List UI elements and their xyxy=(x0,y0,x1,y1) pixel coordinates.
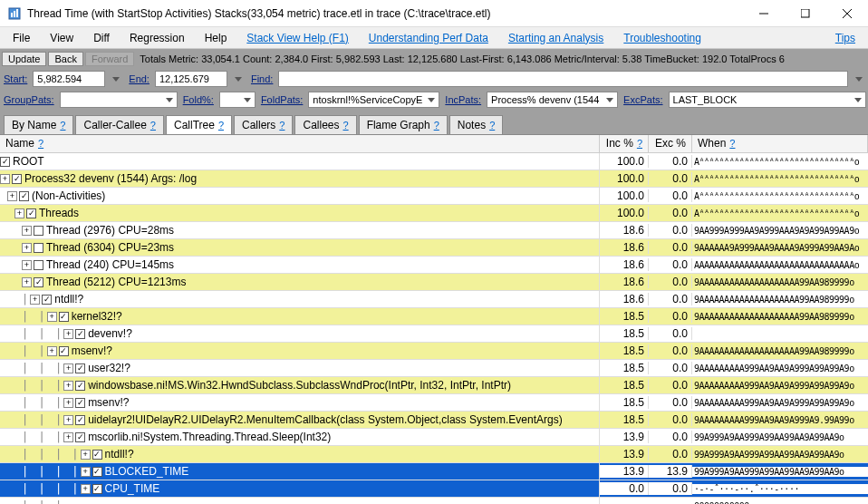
expand-toggle[interactable]: + xyxy=(47,312,57,322)
tree-row[interactable]: +(Non-Activities)100.00.0Aᴬᴬᴬᴬᴬᴬᴬᴬᴬᴬᴬᴬᴬᴬ… xyxy=(0,188,868,205)
checkbox[interactable] xyxy=(75,398,85,408)
menu-troubleshoot[interactable]: Troubleshooting xyxy=(614,30,710,46)
tree-row[interactable]: +Process32 devenv (1544) Args: /log100.0… xyxy=(0,170,868,188)
grouppats-label[interactable]: GroupPats: xyxy=(2,94,56,105)
expand-toggle[interactable]: + xyxy=(22,277,32,287)
expand-toggle[interactable]: + xyxy=(63,363,73,373)
tree-row[interactable]: +Thread (5212) CPU=1213ms18.60.09AAAAAAA… xyxy=(0,274,868,291)
tab-callees[interactable]: Callees? xyxy=(294,115,356,134)
tree-row[interactable]: | | | | +CPU_TIME0.00.0·-·-ˆ···-··.ˆ···-… xyxy=(0,480,868,498)
minimize-button[interactable] xyxy=(743,0,785,27)
tree-row[interactable]: +Thread (2976) CPU=28ms18.60.09AA999A999… xyxy=(0,222,868,239)
tab-byname[interactable]: By Name? xyxy=(4,115,73,134)
expand-toggle[interactable]: + xyxy=(30,295,40,305)
checkbox[interactable] xyxy=(42,295,52,305)
excpats-combo[interactable]: LAST_BLOCK xyxy=(669,92,866,108)
checkbox[interactable] xyxy=(75,363,85,373)
menu-stackview-help[interactable]: Stack View Help (F1) xyxy=(237,30,357,46)
tree-row[interactable]: | | | +mscorlib.ni!System.Threading.Thre… xyxy=(0,429,868,446)
checkbox[interactable] xyxy=(34,260,43,270)
expand-toggle[interactable]: + xyxy=(14,208,24,218)
menu-perfdata[interactable]: Understanding Perf Data xyxy=(360,30,497,46)
tree-row[interactable]: | | |+devenv!?18.50.0 xyxy=(0,325,868,343)
back-button[interactable]: Back xyxy=(48,52,82,66)
menu-starting[interactable]: Starting an Analysis xyxy=(499,30,612,46)
expand-toggle[interactable]: + xyxy=(63,329,73,339)
checkbox[interactable] xyxy=(92,450,102,460)
checkbox[interactable] xyxy=(34,226,43,236)
foldpats-combo[interactable]: ntoskrnl!%ServiceCopyE xyxy=(308,92,439,108)
checkbox[interactable] xyxy=(59,312,69,322)
expand-toggle[interactable]: + xyxy=(63,432,73,442)
update-button[interactable]: Update xyxy=(2,52,46,66)
foldpct-label[interactable]: Fold%: xyxy=(181,94,216,105)
tab-callercallee[interactable]: Caller-Callee? xyxy=(75,115,163,134)
expand-toggle[interactable]: + xyxy=(81,484,91,494)
menu-view[interactable]: View xyxy=(41,30,82,46)
tree-row[interactable]: | | | |+ntdll!?13.90.099A999A9AA999A99AA… xyxy=(0,446,868,463)
checkbox[interactable] xyxy=(59,346,69,356)
start-input[interactable] xyxy=(33,71,105,87)
col-exc[interactable]: Exc % xyxy=(649,135,692,152)
expand-toggle[interactable]: + xyxy=(47,346,57,356)
expand-toggle[interactable]: + xyxy=(22,260,32,270)
tree-row[interactable]: |+ntdll!?18.60.09AAAAAAAAAAAAAAAAAAAA99A… xyxy=(0,291,868,308)
menu-tips[interactable]: Tips xyxy=(826,30,864,46)
end-label[interactable]: End: xyxy=(127,73,151,84)
menu-regression[interactable]: Regression xyxy=(121,30,194,46)
checkbox[interactable] xyxy=(75,432,85,442)
chevron-down-icon[interactable] xyxy=(235,77,242,82)
checkbox[interactable] xyxy=(34,277,43,287)
tab-flame[interactable]: Flame Graph? xyxy=(359,115,448,134)
end-input[interactable] xyxy=(155,71,227,87)
tab-notes[interactable]: Notes? xyxy=(449,115,503,134)
incpats-combo[interactable]: Process% devenv (1544 xyxy=(487,92,618,108)
chevron-down-icon[interactable] xyxy=(112,77,120,82)
close-button[interactable] xyxy=(826,0,868,27)
checkbox[interactable] xyxy=(34,243,43,253)
expand-toggle[interactable]: + xyxy=(7,191,17,201)
tree-row[interactable]: | | | +user32!?18.50.09AAAAAAAAA999AA9AA… xyxy=(0,360,868,377)
maximize-button[interactable] xyxy=(785,0,826,27)
menu-diff[interactable]: Diff xyxy=(84,30,119,46)
expand-toggle[interactable]: + xyxy=(63,415,73,425)
tree-row[interactable]: | |+kernel32!?18.50.09AAAAAAAAAAAAAAAAAA… xyxy=(0,308,868,325)
checkbox[interactable] xyxy=(92,467,102,477)
checkbox[interactable] xyxy=(12,174,22,184)
chevron-down-icon[interactable] xyxy=(855,77,863,82)
expand-toggle[interactable]: + xyxy=(22,243,32,253)
checkbox[interactable] xyxy=(19,191,29,201)
expand-toggle[interactable]: + xyxy=(81,450,91,460)
incpats-label[interactable]: IncPats: xyxy=(443,94,483,105)
checkbox[interactable] xyxy=(0,157,10,167)
grouppats-combo[interactable] xyxy=(60,92,178,108)
tree-row[interactable]: +Threads100.00.0Aᴬᴬᴬᴬᴬᴬᴬᴬᴬᴬᴬᴬᴬᴬᴬᴬᴬᴬᴬᴬᴬᴬᴬ… xyxy=(0,205,868,222)
checkbox[interactable] xyxy=(92,484,102,494)
tree-row[interactable]: +Thread (240) CPU=145ms18.60.0AAAAAAAAAA… xyxy=(0,257,868,274)
find-input[interactable] xyxy=(278,71,848,87)
tree-row[interactable]: +Thread (6304) CPU=23ms18.60.09AAAAAA9A9… xyxy=(0,239,868,257)
checkbox[interactable] xyxy=(75,329,85,339)
tree-row[interactable]: | | | +msenv!?18.50.09AAAAAAAAA999AA9AA9… xyxy=(0,394,868,412)
col-when[interactable]: When? xyxy=(692,135,868,152)
checkbox[interactable] xyxy=(75,381,85,391)
foldpct-combo[interactable] xyxy=(219,92,256,108)
tree-row[interactable]: | | | +uidelayr2!UIDelayR2.UIDelayR2.Men… xyxy=(0,412,868,429)
find-label[interactable]: Find: xyxy=(249,73,275,84)
menu-file[interactable]: File xyxy=(4,30,39,46)
forward-button[interactable]: Forward xyxy=(85,52,134,66)
col-name[interactable]: Name? xyxy=(0,135,600,152)
grid-body[interactable]: ROOT100.00.0Aᴬᴬᴬᴬᴬᴬᴬᴬᴬᴬᴬᴬᴬᴬᴬᴬᴬᴬᴬᴬᴬᴬᴬᴬᴬᴬᴬ… xyxy=(0,153,868,504)
expand-toggle[interactable]: + xyxy=(63,381,73,391)
checkbox[interactable] xyxy=(26,208,36,218)
expand-toggle[interactable]: + xyxy=(22,226,32,236)
start-label[interactable]: Start: xyxy=(2,73,29,84)
checkbox[interactable] xyxy=(75,415,85,425)
expand-toggle[interactable]: + xyxy=(63,398,73,408)
foldpats-label[interactable]: FoldPats: xyxy=(259,94,304,105)
tab-callers[interactable]: Callers? xyxy=(234,115,293,134)
tree-row[interactable]: | | | +windowsbase.ni!MS.Win32.HwndSubcl… xyxy=(0,377,868,394)
col-inc[interactable]: Inc %? xyxy=(600,135,649,152)
tree-row[interactable]: | |+msenv!?18.50.09AAAAAAAAAAAAAAAAAAAA9… xyxy=(0,343,868,360)
expand-toggle[interactable]: + xyxy=(81,467,91,477)
